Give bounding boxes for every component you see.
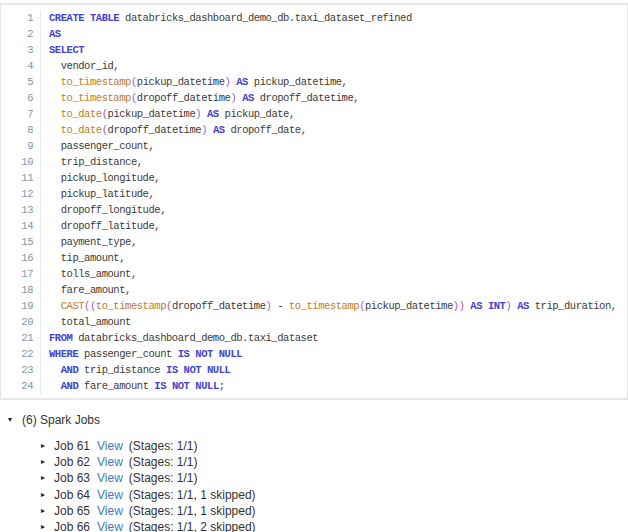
code-text: to_date(dropoff_datetime) AS dropoff_dat… bbox=[41, 122, 307, 138]
chevron-right-icon[interactable]: ▸ bbox=[41, 438, 53, 454]
code-line[interactable]: 23 AND trip_distance IS NOT NULL bbox=[1, 362, 627, 378]
job-label: Job 61 bbox=[54, 438, 90, 454]
line-number: 12 bbox=[1, 186, 41, 202]
line-number: 2 bbox=[1, 26, 41, 42]
code-line[interactable]: 21FROM databricks_dashboard_demo_db.taxi… bbox=[1, 330, 627, 346]
line-number: 14 bbox=[1, 218, 41, 234]
job-label: Job 65 bbox=[54, 503, 90, 519]
line-number: 23 bbox=[1, 362, 41, 378]
line-number: 15 bbox=[1, 234, 41, 250]
line-number: 19 bbox=[1, 298, 41, 314]
code-text: fare_amount, bbox=[41, 282, 131, 298]
line-number: 18 bbox=[1, 282, 41, 298]
code-line[interactable]: 10 trip_distance, bbox=[1, 154, 627, 170]
sql-code-editor[interactable]: 1CREATE TABLE databricks_dashboard_demo_… bbox=[0, 3, 628, 400]
code-text: to_timestamp(pickup_datetime) AS pickup_… bbox=[41, 74, 347, 90]
spark-jobs-header-label: (6) Spark Jobs bbox=[22, 412, 100, 428]
job-view-link[interactable]: View bbox=[97, 519, 123, 532]
code-text: passenger_count, bbox=[41, 138, 154, 154]
spark-job-list: ▸Job 61View(Stages: 1/1)▸Job 62View(Stag… bbox=[8, 438, 628, 532]
code-text: pickup_longitude, bbox=[41, 170, 160, 186]
code-line[interactable]: 14 dropoff_latitude, bbox=[1, 218, 627, 234]
spark-jobs-section: ▾ (6) Spark Jobs ▸Job 61View(Stages: 1/1… bbox=[0, 412, 628, 532]
line-number: 7 bbox=[1, 106, 41, 122]
line-number: 3 bbox=[1, 42, 41, 58]
line-number: 20 bbox=[1, 314, 41, 330]
spark-job-row[interactable]: ▸Job 62View(Stages: 1/1) bbox=[41, 454, 628, 470]
code-line[interactable]: 4 vendor_id, bbox=[1, 58, 627, 74]
line-number: 16 bbox=[1, 250, 41, 266]
code-line[interactable]: 6 to_timestamp(dropoff_datetime) AS drop… bbox=[1, 90, 627, 106]
code-line[interactable]: 16 tip_amount, bbox=[1, 250, 627, 266]
code-line[interactable]: 12 pickup_latitude, bbox=[1, 186, 627, 202]
chevron-right-icon[interactable]: ▸ bbox=[41, 519, 53, 532]
code-text: tolls_amount, bbox=[41, 266, 137, 282]
spark-job-row[interactable]: ▸Job 64View(Stages: 1/1, 1 skipped) bbox=[41, 487, 628, 503]
spark-job-row[interactable]: ▸Job 61View(Stages: 1/1) bbox=[41, 438, 628, 454]
line-number: 9 bbox=[1, 138, 41, 154]
job-stages: (Stages: 1/1, 1 skipped) bbox=[129, 503, 256, 519]
code-line[interactable]: 2AS bbox=[1, 26, 627, 42]
chevron-right-icon[interactable]: ▸ bbox=[41, 454, 53, 470]
code-text: SELECT bbox=[41, 42, 84, 58]
job-label: Job 63 bbox=[54, 470, 90, 486]
code-line[interactable]: 17 tolls_amount, bbox=[1, 266, 627, 282]
code-text: trip_distance, bbox=[41, 154, 143, 170]
line-number: 13 bbox=[1, 202, 41, 218]
code-text: to_timestamp(dropoff_datetime) AS dropof… bbox=[41, 90, 359, 106]
code-line[interactable]: 1CREATE TABLE databricks_dashboard_demo_… bbox=[1, 10, 627, 26]
job-view-link[interactable]: View bbox=[97, 454, 123, 470]
code-line[interactable]: 22WHERE passenger_count IS NOT NULL bbox=[1, 346, 627, 362]
line-number: 24 bbox=[1, 378, 41, 394]
code-text: dropoff_longitude, bbox=[41, 202, 166, 218]
code-line[interactable]: 18 fare_amount, bbox=[1, 282, 627, 298]
code-line[interactable]: 9 passenger_count, bbox=[1, 138, 627, 154]
spark-job-row[interactable]: ▸Job 66View(Stages: 1/1, 2 skipped) bbox=[41, 519, 628, 532]
code-text: pickup_latitude, bbox=[41, 186, 154, 202]
spark-jobs-toggle[interactable]: ▾ (6) Spark Jobs bbox=[8, 412, 628, 428]
code-line[interactable]: 3SELECT bbox=[1, 42, 627, 58]
line-number: 8 bbox=[1, 122, 41, 138]
chevron-right-icon[interactable]: ▸ bbox=[41, 503, 53, 519]
code-lines: 1CREATE TABLE databricks_dashboard_demo_… bbox=[1, 10, 627, 394]
code-text: total_amount bbox=[41, 314, 131, 330]
code-text: tip_amount, bbox=[41, 250, 125, 266]
spark-job-row[interactable]: ▸Job 63View(Stages: 1/1) bbox=[41, 470, 628, 486]
code-text: AS bbox=[41, 26, 61, 42]
line-number: 5 bbox=[1, 74, 41, 90]
code-text: vendor_id, bbox=[41, 58, 119, 74]
code-text: AND fare_amount IS NOT NULL; bbox=[41, 378, 225, 394]
job-view-link[interactable]: View bbox=[97, 487, 123, 503]
code-line[interactable]: 24 AND fare_amount IS NOT NULL; bbox=[1, 378, 627, 394]
line-number: 11 bbox=[1, 170, 41, 186]
line-number: 21 bbox=[1, 330, 41, 346]
job-stages: (Stages: 1/1) bbox=[129, 454, 198, 470]
line-number: 22 bbox=[1, 346, 41, 362]
code-line[interactable]: 7 to_date(pickup_datetime) AS pickup_dat… bbox=[1, 106, 627, 122]
code-line[interactable]: 20 total_amount bbox=[1, 314, 627, 330]
job-label: Job 66 bbox=[54, 519, 90, 532]
chevron-down-icon[interactable]: ▾ bbox=[8, 412, 20, 428]
job-view-link[interactable]: View bbox=[97, 438, 123, 454]
code-text: CAST((to_timestamp(dropoff_datetime) - t… bbox=[41, 298, 617, 314]
job-view-link[interactable]: View bbox=[97, 503, 123, 519]
line-number: 17 bbox=[1, 266, 41, 282]
code-text: to_date(pickup_datetime) AS pickup_date, bbox=[41, 106, 295, 122]
job-view-link[interactable]: View bbox=[97, 470, 123, 486]
chevron-right-icon[interactable]: ▸ bbox=[41, 470, 53, 486]
job-label: Job 64 bbox=[54, 487, 90, 503]
code-text: dropoff_latitude, bbox=[41, 218, 160, 234]
line-number: 10 bbox=[1, 154, 41, 170]
code-line[interactable]: 13 dropoff_longitude, bbox=[1, 202, 627, 218]
line-number: 1 bbox=[1, 10, 41, 26]
code-line[interactable]: 5 to_timestamp(pickup_datetime) AS picku… bbox=[1, 74, 627, 90]
spark-job-row[interactable]: ▸Job 65View(Stages: 1/1, 1 skipped) bbox=[41, 503, 628, 519]
chevron-right-icon[interactable]: ▸ bbox=[41, 487, 53, 503]
code-text: CREATE TABLE databricks_dashboard_demo_d… bbox=[41, 10, 412, 26]
line-number: 6 bbox=[1, 90, 41, 106]
code-line[interactable]: 19 CAST((to_timestamp(dropoff_datetime) … bbox=[1, 298, 627, 314]
job-stages: (Stages: 1/1, 1 skipped) bbox=[129, 487, 256, 503]
code-line[interactable]: 11 pickup_longitude, bbox=[1, 170, 627, 186]
code-line[interactable]: 8 to_date(dropoff_datetime) AS dropoff_d… bbox=[1, 122, 627, 138]
code-line[interactable]: 15 payment_type, bbox=[1, 234, 627, 250]
